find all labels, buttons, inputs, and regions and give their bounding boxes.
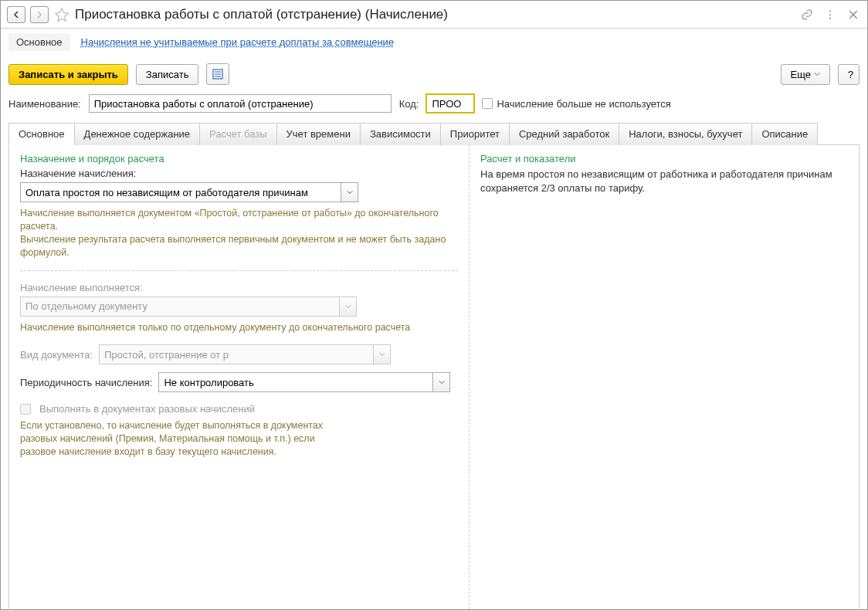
period-label: Периодичность начисления: xyxy=(20,377,152,388)
purpose-combo[interactable] xyxy=(20,182,458,202)
period-input[interactable] xyxy=(158,372,433,392)
name-input[interactable] xyxy=(89,94,392,113)
code-label: Код: xyxy=(399,98,419,110)
help-button[interactable]: ? xyxy=(838,64,860,85)
svg-point-0 xyxy=(829,10,831,12)
left-column: Назначение и порядок расчета Назначение … xyxy=(9,145,470,610)
doc-combo xyxy=(99,344,391,364)
save-button[interactable]: Записать xyxy=(136,64,199,85)
back-button[interactable] xyxy=(7,6,25,23)
title-icons xyxy=(799,7,861,22)
titlebar: Приостановка работы с оплатой (отстранен… xyxy=(1,1,867,29)
tab-average[interactable]: Средний заработок xyxy=(509,123,619,145)
tab-base[interactable]: Расчет базы xyxy=(199,123,277,145)
tab-time[interactable]: Учет времени xyxy=(276,123,361,145)
tab-money[interactable]: Денежное содержание xyxy=(74,123,200,145)
svg-point-1 xyxy=(829,13,831,15)
right-column: Расчет и показатели На время простоя по … xyxy=(470,145,859,610)
kebab-menu-icon[interactable] xyxy=(822,7,838,22)
tabs: Основное Денежное содержание Расчет базы… xyxy=(8,122,860,144)
once-checkbox-row: Выполнять в документах разовых начислени… xyxy=(20,403,458,415)
left-section-title: Назначение и порядок расчета xyxy=(20,153,458,164)
exec-hint: Начисление выполняется только по отдельн… xyxy=(20,321,458,334)
once-hint: Если установлено, то начисление будет вы… xyxy=(20,419,344,459)
tab-tax[interactable]: Налоги, взносы, бухучет xyxy=(619,123,752,145)
purpose-hint: Начисление выполняется документом «Прост… xyxy=(20,207,458,259)
once-label: Выполнять в документах разовых начислени… xyxy=(39,403,255,415)
toolbar: Записать и закрыть Записать Еще ? xyxy=(1,56,867,88)
purpose-dropdown-button[interactable] xyxy=(341,182,358,202)
code-input[interactable] xyxy=(426,94,474,113)
more-button-label: Еще xyxy=(791,69,811,80)
tab-main[interactable]: Основное xyxy=(8,123,75,145)
period-combo[interactable] xyxy=(158,372,450,392)
name-label: Наименование: xyxy=(8,98,81,110)
favorite-star-icon[interactable] xyxy=(53,6,70,23)
forward-button[interactable] xyxy=(30,6,49,23)
period-dropdown-button[interactable] xyxy=(433,372,450,392)
header-fields: Наименование: Код: Начисление больше не … xyxy=(1,88,867,122)
tab-body: Назначение и порядок расчета Назначение … xyxy=(8,144,860,610)
subnav-main-tab[interactable]: Основное xyxy=(8,33,70,51)
doc-input xyxy=(99,344,374,364)
doc-label: Вид документа: xyxy=(20,349,93,361)
unused-checkbox-row[interactable]: Начисление больше не используется xyxy=(482,98,670,110)
window: Приостановка работы с оплатой (отстранен… xyxy=(0,0,868,610)
svg-point-2 xyxy=(829,17,831,19)
link-icon[interactable] xyxy=(799,7,815,22)
more-button[interactable]: Еще xyxy=(781,64,830,85)
divider xyxy=(20,270,458,271)
unused-label: Начисление больше не используется xyxy=(497,98,670,110)
subnav: Основное Начисления не учитываемые при р… xyxy=(1,29,867,56)
subnav-link-accruals[interactable]: Начисления не учитываемые при расчете до… xyxy=(81,36,395,48)
once-checkbox xyxy=(20,404,31,415)
exec-combo xyxy=(20,297,458,317)
purpose-label: Назначение начисления: xyxy=(20,168,458,179)
page-title: Приостановка работы с оплатой (отстранен… xyxy=(75,7,795,22)
list-button[interactable] xyxy=(206,63,229,85)
right-section-title: Расчет и показатели xyxy=(480,153,848,164)
right-text: На время простоя по независящим от работ… xyxy=(480,168,848,195)
tab-desc[interactable]: Описание xyxy=(751,123,818,145)
exec-input xyxy=(20,297,340,317)
exec-dropdown-button xyxy=(340,297,357,317)
tab-priority[interactable]: Приоритет xyxy=(440,123,510,145)
tab-deps[interactable]: Зависимости xyxy=(360,123,441,145)
close-icon[interactable] xyxy=(846,7,861,22)
unused-checkbox[interactable] xyxy=(482,98,493,109)
doc-dropdown-button xyxy=(374,344,391,364)
exec-label: Начисление выполняется: xyxy=(20,282,458,293)
save-close-button[interactable]: Записать и закрыть xyxy=(8,64,128,85)
purpose-input[interactable] xyxy=(20,182,341,202)
